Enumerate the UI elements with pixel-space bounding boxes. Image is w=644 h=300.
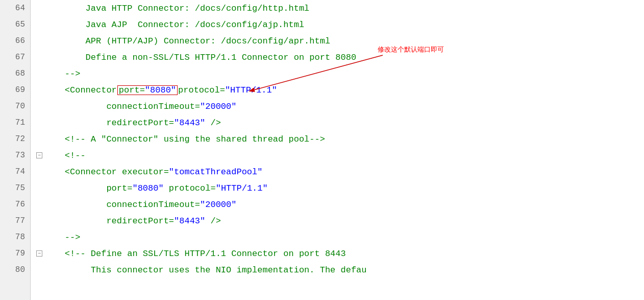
line-num-77: 77 bbox=[0, 213, 30, 229]
line-num-65: 65 bbox=[0, 16, 30, 33]
line-num-66: 66 bbox=[0, 33, 30, 49]
code-line-69: <Connector port="8080" protocol="HTTP/1.… bbox=[31, 82, 644, 98]
code-line-66: APR (HTTP/AJP) Connector: /docs/config/a… bbox=[31, 33, 644, 49]
line-64-text: Java HTTP Connector: /docs/config/http.h… bbox=[44, 4, 309, 13]
line-num-68: 68 bbox=[0, 65, 30, 82]
code-line-71: redirectPort="8443" /> bbox=[31, 114, 644, 131]
line-74-text: <Connector executor="tomcatThreadPool" bbox=[44, 167, 262, 177]
code-line-74: <Connector executor="tomcatThreadPool" bbox=[31, 164, 644, 180]
line-num-76: 76 bbox=[0, 196, 30, 213]
gutter-73: − bbox=[35, 152, 44, 158]
line-75-text: port="8080" protocol="HTTP/1.1" bbox=[44, 183, 268, 193]
code-line-75: port="8080" protocol="HTTP/1.1" bbox=[31, 180, 644, 196]
line-number-gutter: 64 65 66 67 68 69 70 71 72 73 74 75 76 7… bbox=[0, 0, 31, 300]
code-line-77: redirectPort="8443" /> bbox=[31, 213, 644, 229]
line-79-text: <!-- Define an SSL/TLS HTTP/1.1 Connecto… bbox=[44, 249, 346, 259]
code-content-area: 修改这个默认端口即可 Java HTTP Connector: /docs/co… bbox=[31, 0, 644, 300]
line-78-text: --> bbox=[44, 233, 80, 242]
line-69-protocol: protocol="HTTP/1.1" bbox=[178, 85, 277, 95]
code-line-70: connectionTimeout="20000" bbox=[31, 98, 644, 114]
code-line-73: − <!-- bbox=[31, 147, 644, 164]
code-line-78: --> bbox=[31, 229, 644, 245]
line-num-67: 67 bbox=[0, 49, 30, 65]
gutter-79: − bbox=[35, 250, 44, 257]
line-num-74: 74 bbox=[0, 164, 30, 180]
code-line-65: Java AJP Connector: /docs/config/ajp.htm… bbox=[31, 16, 644, 33]
line-67-text: Define a non-SSL/TLS HTTP/1.1 Connector … bbox=[44, 53, 356, 62]
fold-icon-73[interactable]: − bbox=[36, 152, 42, 158]
line-num-73: 73 bbox=[0, 147, 30, 164]
code-line-79: − <!-- Define an SSL/TLS HTTP/1.1 Connec… bbox=[31, 245, 644, 262]
line-73-text: <!-- bbox=[44, 151, 86, 160]
line-69-connector: <Connector bbox=[44, 85, 117, 95]
line-70-text: connectionTimeout="20000" bbox=[44, 102, 236, 111]
line-76-text: connectionTimeout="20000" bbox=[44, 200, 236, 210]
line-72-text: <!-- A "Connector" using the shared thre… bbox=[44, 134, 325, 144]
line-68-text: --> bbox=[44, 69, 80, 79]
line-num-75: 75 bbox=[0, 180, 30, 196]
line-69-port-attr: port="8080" bbox=[117, 85, 178, 95]
code-line-76: connectionTimeout="20000" bbox=[31, 196, 644, 213]
line-71-text: redirectPort="8443" /> bbox=[44, 118, 221, 128]
line-num-70: 70 bbox=[0, 98, 30, 114]
line-num-78: 78 bbox=[0, 229, 30, 245]
line-num-80: 80 bbox=[0, 262, 30, 278]
line-num-72: 72 bbox=[0, 131, 30, 147]
line-77-text: redirectPort="8443" /> bbox=[44, 216, 221, 226]
code-line-67: Define a non-SSL/TLS HTTP/1.1 Connector … bbox=[31, 49, 644, 65]
code-line-72: <!-- A "Connector" using the shared thre… bbox=[31, 131, 644, 147]
line-66-text: APR (HTTP/AJP) Connector: /docs/config/a… bbox=[44, 36, 330, 46]
annotation-text: 修改这个默认端口即可 bbox=[378, 45, 444, 54]
line-num-69: 69 bbox=[0, 82, 30, 98]
code-line-80: This connector uses the NIO implementati… bbox=[31, 262, 644, 278]
fold-icon-79[interactable]: − bbox=[36, 250, 42, 257]
code-line-64: Java HTTP Connector: /docs/config/http.h… bbox=[31, 0, 644, 16]
line-65-text: Java AJP Connector: /docs/config/ajp.htm… bbox=[44, 20, 304, 30]
line-num-79: 79 bbox=[0, 245, 30, 262]
line-80-text: This connector uses the NIO implementati… bbox=[44, 265, 367, 275]
line-num-64: 64 bbox=[0, 0, 30, 16]
code-viewer: 64 65 66 67 68 69 70 71 72 73 74 75 76 7… bbox=[0, 0, 644, 300]
code-line-68: --> bbox=[31, 65, 644, 82]
line-num-71: 71 bbox=[0, 114, 30, 131]
